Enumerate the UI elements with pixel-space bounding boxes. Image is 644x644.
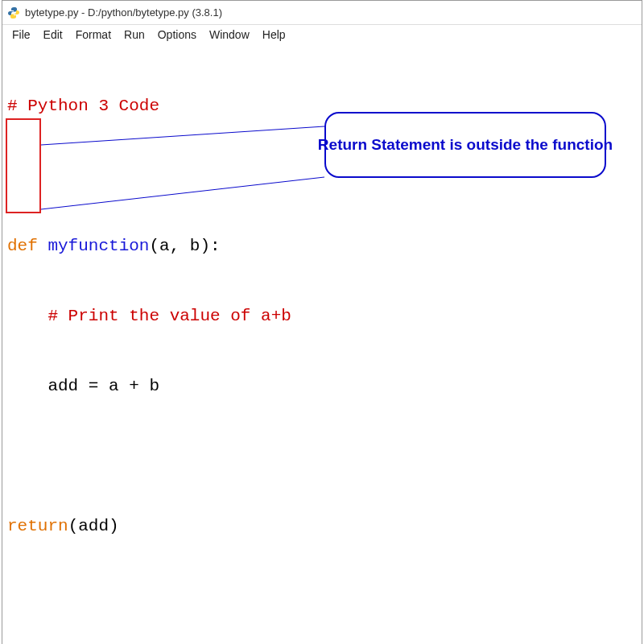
menu-format[interactable]: Format xyxy=(69,27,118,43)
menu-run[interactable]: Run xyxy=(118,27,151,43)
window-title: bytetype.py - D:/python/bytetype.py (3.8… xyxy=(25,6,222,19)
code-area-incorrect[interactable]: # Python 3 Code def myfunction(a, b): # … xyxy=(2,44,642,644)
code-text: (a, b): xyxy=(149,237,220,255)
callout-text: Return Statement is outside the function xyxy=(318,135,613,155)
code-keyword-def: def xyxy=(7,237,38,255)
svg-line-1 xyxy=(41,126,324,145)
menu-help[interactable]: Help xyxy=(256,27,292,43)
menu-window[interactable]: Window xyxy=(203,27,256,43)
menu-edit[interactable]: Edit xyxy=(37,27,69,43)
titlebar: bytetype.py - D:/python/bytetype.py (3.8… xyxy=(2,1,642,25)
code-keyword-return: return xyxy=(7,517,68,535)
editor-window-incorrect: bytetype.py - D:/python/bytetype.py (3.8… xyxy=(2,0,642,644)
code-func-name: myfunction xyxy=(38,237,150,255)
menubar: File Edit Format Run Options Window Help xyxy=(2,25,642,44)
menu-file[interactable]: File xyxy=(6,27,37,43)
code-comment: # Python 3 Code xyxy=(7,97,159,115)
callout-error: Return Statement is outside the function xyxy=(324,112,606,178)
code-text: add = a + b xyxy=(7,377,159,395)
python-file-icon xyxy=(7,6,20,19)
code-comment: # Print the value of a+b xyxy=(7,307,291,325)
menu-options[interactable]: Options xyxy=(151,27,203,43)
code-text: (add) xyxy=(68,517,119,535)
